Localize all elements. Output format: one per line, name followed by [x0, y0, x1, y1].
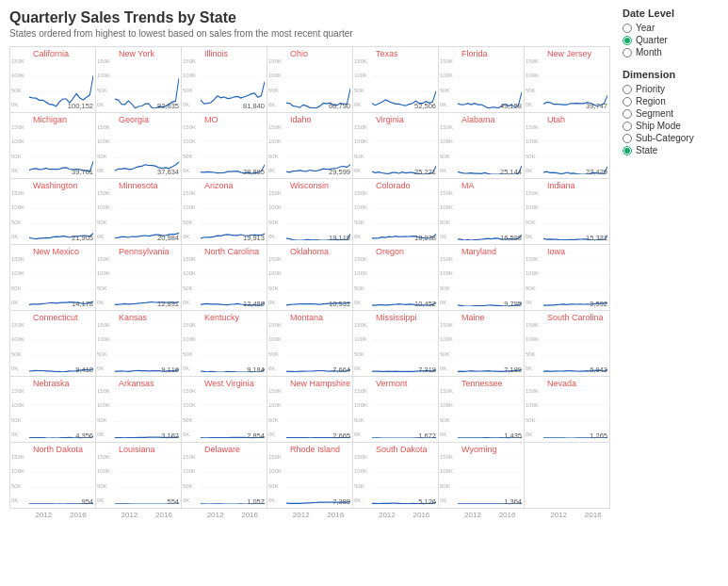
y-label: 100K [97, 204, 110, 210]
state-value: 6,943 [590, 366, 607, 374]
y-label: 50K [97, 483, 110, 489]
y-label: 100K [354, 270, 367, 276]
y-label: 150K [354, 58, 367, 64]
state-cell-utah: 150K100K50K0KUtah23,429 [525, 113, 610, 179]
state-value: 2,854 [247, 431, 265, 440]
y-label: 0K [526, 431, 539, 437]
y-label: 0K [354, 366, 367, 371]
state-value: 81,840 [243, 102, 265, 110]
dim-option-ship-mode[interactable]: Ship Mode [623, 121, 720, 131]
y-label: 50K [440, 285, 453, 291]
x-label-cell: 20122016 [439, 511, 525, 519]
y-label: 150K [97, 58, 110, 64]
state-name: California [33, 49, 93, 58]
state-cell-wyoming: 150K100K50K0KWyoming1,364 [439, 443, 525, 509]
y-label: 50K [440, 88, 453, 93]
state-cell-new-jersey: 150K100K50K0KNew Jersey39,747 [525, 47, 610, 113]
state-name: MO [204, 115, 265, 124]
state-value: 20,984 [157, 234, 179, 242]
y-label: 50K [11, 88, 24, 93]
dim-option-state[interactable]: State [623, 145, 720, 155]
date-option-year[interactable]: Year [623, 23, 720, 33]
y-label: 50K [440, 154, 453, 159]
state-value: 52,506 [414, 102, 436, 110]
y-label: 100K [354, 204, 367, 210]
dim-option-segment[interactable]: Segment [623, 108, 720, 119]
dim-option-region[interactable]: Region [623, 96, 720, 106]
y-label: 50K [268, 285, 282, 291]
state-value: 3,162 [161, 431, 179, 440]
state-name: Minnesota [119, 181, 179, 190]
dim-option-priority[interactable]: Priority [623, 84, 720, 94]
state-value: 1,672 [418, 431, 436, 440]
y-label: 100K [440, 73, 453, 78]
state-name: Vermont [376, 379, 436, 388]
y-label: 100K [11, 336, 24, 342]
state-cell-rhode-island: 150K100K50K0KRhode Island7,389 [267, 443, 353, 509]
y-label: 50K [354, 285, 367, 291]
y-label: 0K [440, 431, 453, 437]
state-name: Maine [461, 313, 522, 322]
state-value: 19,913 [243, 234, 265, 242]
date-level-options[interactable]: YearQuarterMonth [623, 23, 720, 57]
y-label: 50K [354, 483, 367, 489]
x-label-cell: 20122016 [9, 511, 95, 519]
chart-subtitle: States ordered from highest to lowest ba… [9, 28, 610, 39]
y-label: 150K [11, 322, 24, 328]
y-label: 50K [354, 88, 367, 93]
y-label: 100K [268, 204, 282, 210]
state-cell-indiana: 150K100K50K0KIndiana15,331 [525, 179, 610, 245]
state-cell-new-york: 150K100K50K0KNew York92,835 [96, 47, 182, 113]
state-value: 2,665 [332, 431, 350, 440]
x-axis-year: 2016 [585, 511, 602, 519]
x-axis-year: 2012 [35, 511, 52, 519]
state-name: West Virginia [204, 379, 265, 388]
date-option-month[interactable]: Month [623, 47, 720, 57]
y-label: 150K [97, 256, 110, 262]
y-label: 0K [11, 366, 24, 371]
y-label: 100K [268, 270, 282, 276]
x-axis-year: 2012 [379, 511, 396, 519]
state-cell-south-carolina: 150K100K50K0KSouth Carolina6,943 [525, 311, 610, 377]
y-label: 50K [183, 88, 196, 93]
state-cell-maine: 150K100K50K0KMaine7,189 [439, 311, 525, 377]
state-value: 29,599 [329, 168, 350, 176]
y-label: 50K [526, 417, 539, 423]
state-value: 18,938 [414, 234, 436, 242]
y-label: 50K [183, 220, 196, 225]
state-value: 37,634 [157, 168, 179, 176]
y-label: 150K [183, 388, 196, 394]
state-value: 1,435 [504, 431, 522, 440]
date-option-quarter[interactable]: Quarter [623, 35, 720, 45]
x-axis-year: 2016 [70, 511, 87, 519]
y-label: 150K [440, 124, 453, 130]
y-label: 150K [183, 190, 196, 196]
state-cell-alabama: 150K100K50K0KAlabama25,144 [439, 113, 525, 179]
y-label: 50K [268, 483, 282, 489]
y-label: 0K [440, 102, 453, 107]
state-name: Michigan [33, 115, 93, 124]
y-label: 150K [354, 190, 367, 196]
state-cell-mississippi: 150K100K50K0KMississippi7,318 [353, 311, 439, 377]
dim-option-sub-category[interactable]: Sub-Category [623, 133, 720, 143]
y-label: 50K [268, 417, 282, 423]
y-label: 150K [183, 454, 196, 460]
y-label: 150K [97, 190, 110, 196]
y-label: 100K [183, 402, 196, 408]
y-label: 50K [354, 220, 367, 225]
y-label: 50K [97, 417, 110, 423]
dimension-options[interactable]: PriorityRegionSegmentShip ModeSub-Catego… [623, 84, 720, 155]
state-value: 10,531 [329, 300, 350, 308]
state-name: Iowa [547, 247, 607, 256]
state-cell-north-dakota: 150K100K50K0KNorth Dakota954 [10, 443, 96, 509]
y-label: 150K [11, 124, 24, 130]
y-label: 100K [11, 468, 24, 474]
y-label: 50K [354, 351, 367, 357]
y-label: 0K [97, 497, 110, 503]
state-name: Oklahoma [290, 247, 350, 256]
y-label: 100K [526, 73, 539, 78]
state-name: New York [119, 49, 179, 58]
state-value: 9,410 [75, 366, 93, 374]
state-value: 554 [167, 497, 179, 506]
y-label: 50K [268, 154, 282, 159]
